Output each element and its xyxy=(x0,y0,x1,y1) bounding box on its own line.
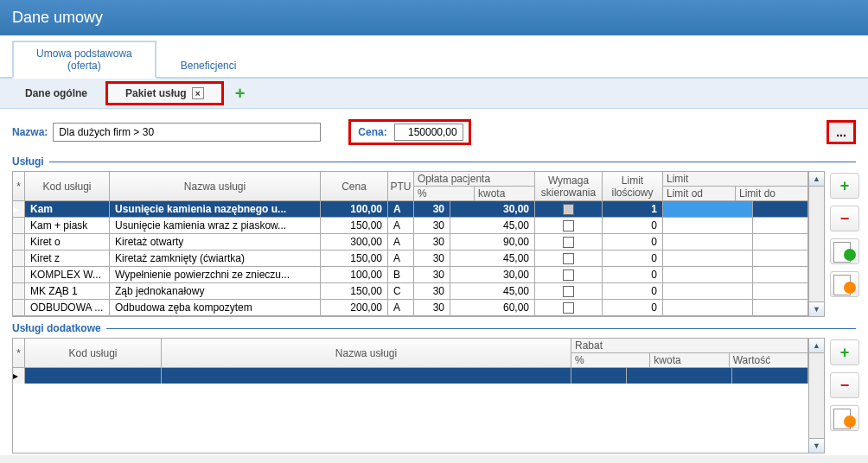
cell-ptu[interactable]: A xyxy=(388,218,414,233)
tab-umowa-podstawowa[interactable]: Umowa podstawowa (oferta) xyxy=(12,41,156,79)
cell-kod[interactable]: Kiret z xyxy=(25,251,110,266)
checkbox-icon[interactable] xyxy=(563,253,574,264)
cell-limitdo[interactable] xyxy=(753,201,808,217)
cell-kwota[interactable]: 90,00 xyxy=(450,234,535,250)
ellipsis-button[interactable]: ... xyxy=(827,120,856,144)
table-row[interactable]: KOMPLEX W...Wypełnienie powierzchni ze z… xyxy=(13,267,808,283)
cell-kwota[interactable]: 45,00 xyxy=(450,283,535,299)
remove-row-button[interactable]: − xyxy=(830,206,859,232)
cell-pct[interactable]: 30 xyxy=(414,251,450,266)
cell-ilosc[interactable]: 0 xyxy=(603,218,663,233)
cell-kod[interactable]: Kam + piask xyxy=(25,218,110,233)
cell-nazwa[interactable]: Wypełnienie powierzchni ze znieczu... xyxy=(110,267,321,282)
cell-pct[interactable]: 30 xyxy=(414,267,450,282)
checkbox-icon[interactable] xyxy=(563,270,574,281)
cell-kwota[interactable]: 60,00 xyxy=(450,300,535,315)
cell-cena[interactable]: 150,00 xyxy=(321,283,388,299)
checkbox-icon[interactable] xyxy=(563,302,574,314)
cell-kod[interactable]: Kiret o xyxy=(25,234,110,250)
scroll-up-icon[interactable]: ▲ xyxy=(809,172,824,187)
cell-wymaga[interactable] xyxy=(535,218,603,233)
nazwa-input[interactable] xyxy=(53,123,321,142)
col-cena[interactable]: Cena xyxy=(321,172,388,200)
import-button[interactable] xyxy=(830,238,859,264)
export-button[interactable] xyxy=(830,405,859,431)
cell-limitod[interactable] xyxy=(663,218,753,233)
cell-ptu[interactable]: A xyxy=(388,234,414,250)
cell-cena[interactable]: 200,00 xyxy=(321,300,388,315)
cell-pct[interactable]: 30 xyxy=(414,218,450,233)
cell-kod[interactable]: KOMPLEX W... xyxy=(25,267,110,282)
scroll-track[interactable] xyxy=(809,187,824,301)
cell-kwota[interactable]: 30,00 xyxy=(450,267,535,282)
cell-kwota[interactable]: 45,00 xyxy=(450,218,535,233)
cell-cena[interactable]: 150,00 xyxy=(321,218,388,233)
cell-wymaga[interactable] xyxy=(535,300,603,315)
scroll-up-icon[interactable]: ▲ xyxy=(809,339,824,353)
table-row[interactable]: ODBUDOWA ...Odbudowa zęba kompozytem200,… xyxy=(13,300,808,316)
col-rabat[interactable]: Rabat % kwota Wartość xyxy=(571,339,808,367)
cell-wymaga[interactable] xyxy=(535,201,603,217)
table-row[interactable]: MK ZĄB 1Ząb jednokanałowy150,00C3045,000 xyxy=(13,283,808,300)
cell-wartosc[interactable] xyxy=(732,368,808,384)
col-kod[interactable]: Kod usługi xyxy=(25,339,162,367)
checkbox-icon[interactable] xyxy=(563,286,574,297)
col-nazwa[interactable]: Nazwa usługi xyxy=(110,172,321,200)
remove-row-button[interactable]: − xyxy=(830,372,859,398)
cell-limitod[interactable] xyxy=(663,234,753,250)
cell-limitod[interactable] xyxy=(663,251,753,266)
cell-ilosc[interactable]: 0 xyxy=(603,267,663,282)
cell-nazwa[interactable]: Usunięcie kamienia nazębnego u... xyxy=(110,201,321,217)
cell-ilosc[interactable]: 0 xyxy=(603,251,663,266)
add-tab-button[interactable]: + xyxy=(231,84,250,103)
uslugi-grid[interactable]: * Kod usługi Nazwa usługi Cena PTU Opłat… xyxy=(12,171,809,317)
cell-limitdo[interactable] xyxy=(753,234,808,250)
col-pct[interactable]: % xyxy=(414,187,475,200)
cell-cena[interactable]: 100,00 xyxy=(321,201,388,217)
checkbox-icon[interactable] xyxy=(563,220,574,232)
cell-limitod[interactable] xyxy=(663,201,753,217)
scroll-down-icon[interactable]: ▼ xyxy=(809,438,824,453)
cell-kod[interactable]: Kam xyxy=(25,201,110,217)
cell-limitod[interactable] xyxy=(663,283,753,299)
cell-nazwa[interactable]: Usunięcie kamienia wraz z piaskow... xyxy=(110,218,321,233)
col-kod[interactable]: Kod usługi xyxy=(25,172,110,200)
cell-ptu[interactable]: A xyxy=(388,201,414,217)
cell-cena[interactable]: 100,00 xyxy=(321,267,388,282)
cell-ptu[interactable]: A xyxy=(388,300,414,315)
tab-beneficjenci[interactable]: Beneficjenci xyxy=(156,53,261,77)
col-wymaga[interactable]: Wymaga skierowania xyxy=(535,172,603,200)
cell-pct[interactable]: 30 xyxy=(414,234,450,250)
table-row[interactable]: ▸ xyxy=(13,368,808,384)
col-pct[interactable]: % xyxy=(571,353,650,367)
add-row-button[interactable]: + xyxy=(830,173,859,199)
col-ptu[interactable]: PTU xyxy=(388,172,414,200)
col-limitod[interactable]: Limit od xyxy=(663,187,736,200)
cell-wymaga[interactable] xyxy=(535,251,603,266)
dodatkowe-grid[interactable]: * Kod usługi Nazwa usługi Rabat % kwota … xyxy=(12,338,809,453)
col-marker[interactable]: * xyxy=(13,172,25,200)
cell-limitod[interactable] xyxy=(663,267,753,282)
cell-cena[interactable]: 150,00 xyxy=(321,251,388,266)
scrollbar[interactable]: ▲ ▼ xyxy=(809,338,825,453)
cell-limitdo[interactable] xyxy=(753,218,808,233)
add-row-button[interactable]: + xyxy=(830,339,859,365)
cell-kwota[interactable]: 30,00 xyxy=(450,201,535,217)
col-nazwa[interactable]: Nazwa usługi xyxy=(162,339,571,367)
tab-pakiet-uslug[interactable]: Pakiet usług × xyxy=(105,81,224,105)
cell-pct[interactable]: 30 xyxy=(414,300,450,315)
col-marker[interactable]: * xyxy=(13,339,25,367)
cell-kod[interactable]: ODBUDOWA ... xyxy=(25,300,110,315)
cell-wymaga[interactable] xyxy=(535,283,603,299)
cell-ilosc[interactable]: 0 xyxy=(603,300,663,315)
col-wartosc[interactable]: Wartość xyxy=(730,353,807,367)
scroll-track[interactable] xyxy=(809,353,824,438)
scroll-down-icon[interactable]: ▼ xyxy=(809,301,824,316)
col-limitdo[interactable]: Limit do xyxy=(736,187,807,200)
scrollbar[interactable]: ▲ ▼ xyxy=(809,171,825,317)
table-row[interactable]: ▸KamUsunięcie kamienia nazębnego u...100… xyxy=(13,201,808,218)
tab-dane-ogolne[interactable]: Dane ogólne xyxy=(7,83,105,104)
cell-ptu[interactable]: C xyxy=(388,283,414,299)
close-icon[interactable]: × xyxy=(192,87,204,99)
col-kwota[interactable]: kwota xyxy=(475,187,534,200)
